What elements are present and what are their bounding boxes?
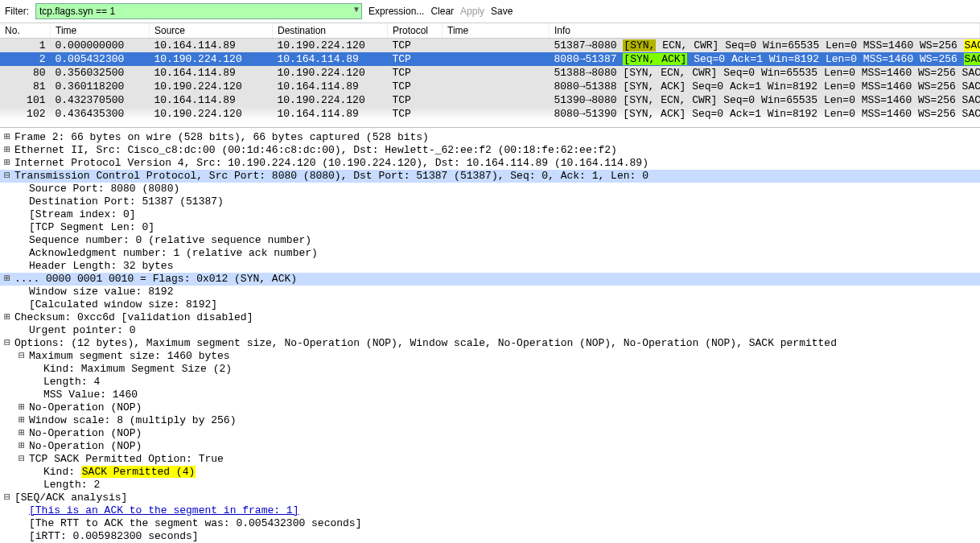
col-source[interactable]: Source xyxy=(150,23,273,39)
collapse-icon[interactable]: ⊟ xyxy=(14,453,29,466)
packet-row[interactable]: 1020.43643530010.190.224.12010.164.114.8… xyxy=(0,107,980,121)
options-line[interactable]: Options: (12 bytes), Maximum segment siz… xyxy=(14,337,980,350)
eth-line[interactable]: Ethernet II, Src: Cisco_c8:dc:00 (00:1d:… xyxy=(14,144,980,157)
col-info[interactable]: Info xyxy=(550,23,980,39)
seq-number[interactable]: Sequence number: 0 (relative sequence nu… xyxy=(14,234,980,247)
win-size[interactable]: Window size value: 8192 xyxy=(14,286,980,298)
ip-line[interactable]: Internet Protocol Version 4, Src: 10.190… xyxy=(14,157,980,170)
packet-row[interactable]: 810.36011820010.190.224.12010.164.114.89… xyxy=(0,80,980,93)
mss-kind[interactable]: Kind: Maximum Segment Size (2) xyxy=(14,363,980,376)
irtt-line[interactable]: [iRTT: 0.005982300 seconds] xyxy=(14,530,980,543)
packet-list[interactable]: No. Time Source Destination Protocol Tim… xyxy=(0,23,980,121)
flags-line[interactable]: .... 0000 0001 0010 = Flags: 0x012 (SYN,… xyxy=(14,273,980,286)
checksum[interactable]: Checksum: 0xcc6d [validation disabled] xyxy=(14,311,980,324)
packet-details[interactable]: ⊞Frame 2: 66 bytes on wire (528 bits), 6… xyxy=(0,127,980,543)
col-time2[interactable]: Time xyxy=(443,23,550,39)
filter-dropdown-icon[interactable]: ▼ xyxy=(352,5,360,14)
packet-header-row: No. Time Source Destination Protocol Tim… xyxy=(0,23,980,39)
collapse-icon[interactable]: ⊟ xyxy=(0,170,14,183)
stream-index[interactable]: [Stream index: 0] xyxy=(14,208,980,221)
sack-len[interactable]: Length: 2 xyxy=(14,479,980,492)
clear-button[interactable]: Clear xyxy=(430,6,454,17)
frame-line[interactable]: Frame 2: 66 bytes on wire (528 bits), 66… xyxy=(14,131,980,144)
nop-2[interactable]: No-Operation (NOP) xyxy=(29,427,980,440)
packet-row[interactable]: 800.35603250010.164.114.8910.190.224.120… xyxy=(0,66,980,80)
mss-line[interactable]: Maximum segment size: 1460 bytes xyxy=(29,350,980,363)
filter-input[interactable] xyxy=(35,3,362,19)
expand-icon[interactable]: ⊞ xyxy=(14,440,29,453)
col-time[interactable]: Time xyxy=(51,23,150,39)
rtt-line[interactable]: [The RTT to ACK the segment was: 0.00543… xyxy=(14,517,980,530)
collapse-icon[interactable]: ⊟ xyxy=(14,350,29,363)
expand-icon[interactable]: ⊞ xyxy=(0,157,14,170)
apply-button[interactable]: Apply xyxy=(460,6,484,17)
expand-icon[interactable]: ⊞ xyxy=(0,144,14,157)
mss-val[interactable]: MSS Value: 1460 xyxy=(14,389,980,401)
sack-kind[interactable]: Kind: SACK Permitted (4) xyxy=(14,466,980,479)
mss-len[interactable]: Length: 4 xyxy=(14,376,980,389)
expand-icon[interactable]: ⊞ xyxy=(14,414,29,427)
col-protocol[interactable]: Protocol xyxy=(388,23,443,39)
packet-row[interactable]: 10.00000000010.164.114.8910.190.224.120T… xyxy=(0,39,980,53)
window-scale[interactable]: Window scale: 8 (multiply by 256) xyxy=(29,414,980,427)
nop-3[interactable]: No-Operation (NOP) xyxy=(29,440,980,453)
ack-to-frame[interactable]: [This is an ACK to the segment in frame:… xyxy=(14,504,980,517)
sack-option[interactable]: TCP SACK Permitted Option: True xyxy=(29,453,980,466)
ack-number[interactable]: Acknowledgment number: 1 (relative ack n… xyxy=(14,247,980,260)
collapse-icon[interactable]: ⊟ xyxy=(0,492,14,504)
tcp-line[interactable]: Transmission Control Protocol, Src Port:… xyxy=(14,170,980,183)
packet-row[interactable]: 20.00543230010.190.224.12010.164.114.89T… xyxy=(0,52,980,66)
header-len[interactable]: Header Length: 32 bytes xyxy=(14,260,980,273)
col-destination[interactable]: Destination xyxy=(273,23,388,39)
calc-win[interactable]: [Calculated window size: 8192] xyxy=(14,298,980,311)
expression-button[interactable]: Expression... xyxy=(369,6,424,17)
expand-icon[interactable]: ⊞ xyxy=(14,401,29,414)
save-button[interactable]: Save xyxy=(491,6,513,17)
col-no[interactable]: No. xyxy=(0,23,51,39)
filter-label: Filter: xyxy=(5,6,29,17)
expand-icon[interactable]: ⊞ xyxy=(0,131,14,144)
segment-len[interactable]: [TCP Segment Len: 0] xyxy=(14,221,980,234)
filter-toolbar: Filter: ▼ Expression... Clear Apply Save xyxy=(0,0,980,23)
dst-port[interactable]: Destination Port: 51387 (51387) xyxy=(14,195,980,208)
urgent-ptr[interactable]: Urgent pointer: 0 xyxy=(14,324,980,337)
expand-icon[interactable]: ⊞ xyxy=(0,273,14,286)
expand-icon[interactable]: ⊞ xyxy=(14,427,29,440)
seq-ack-analysis[interactable]: [SEQ/ACK analysis] xyxy=(14,492,980,504)
nop-1[interactable]: No-Operation (NOP) xyxy=(29,401,980,414)
collapse-icon[interactable]: ⊟ xyxy=(0,337,14,350)
src-port[interactable]: Source Port: 8080 (8080) xyxy=(14,183,980,195)
expand-icon[interactable]: ⊞ xyxy=(0,311,14,324)
packet-row[interactable]: 1010.43237050010.164.114.8910.190.224.12… xyxy=(0,93,980,107)
